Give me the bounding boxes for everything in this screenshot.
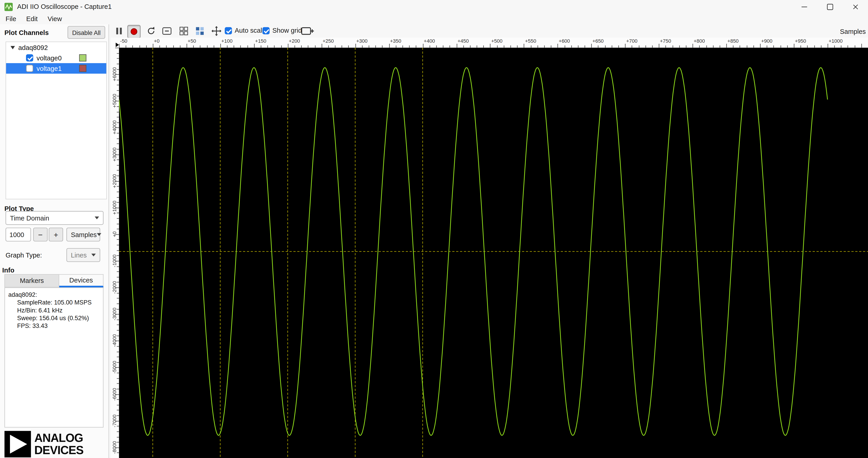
window-controls — [792, 0, 868, 13]
move-icon[interactable] — [210, 25, 223, 37]
info-label: Info — [2, 266, 14, 274]
new-plot-icon[interactable] — [301, 25, 315, 37]
auto-scale-checkbox-group[interactable]: Auto scale — [225, 27, 266, 34]
minimize-icon — [802, 6, 807, 7]
adi-triangle-icon — [4, 431, 31, 458]
sample-count-input[interactable] — [5, 228, 31, 241]
chevron-down-icon — [95, 217, 99, 219]
plot-type-value: Time Domain — [10, 214, 49, 222]
device-info-sweep: Sweep: 156.04 us (0.52%) — [17, 314, 103, 322]
device-info-panel: adaq8092: SampleRate: 105.00 MSPS Hz/Bin… — [4, 287, 104, 428]
zoom-out-icon[interactable] — [161, 25, 174, 37]
device-info-samplerate: SampleRate: 105.00 MSPS — [17, 298, 103, 306]
logo-line2: DEVICES — [34, 444, 83, 456]
channel-tree: adaq8092 voltage0 voltage1 — [5, 41, 107, 199]
x-axis-ruler: -50+0+50+100+150+200+250+300+350+400+450… — [119, 38, 868, 48]
logo-line1: ANALOG — [34, 432, 83, 444]
sample-count-decrement-button[interactable]: − — [33, 228, 48, 241]
samples-unit-label: Samples — [840, 28, 866, 35]
device-info-fps: FPS: 33.43 — [17, 322, 103, 330]
titlebar: ADI IIO Oscilloscope - Capture1 — [0, 0, 868, 13]
close-button[interactable] — [843, 0, 868, 13]
ruler-corner — [111, 38, 119, 48]
analog-devices-logo: ANALOG DEVICES — [4, 431, 84, 458]
device-info-hzbin: Hz/Bin: 6.41 kHz — [17, 306, 103, 314]
chevron-down-icon — [91, 254, 96, 256]
y-axis-ruler: +6000+5000+4000+3000+2000+1000+0-1000-20… — [111, 48, 119, 458]
app-icon — [4, 2, 13, 11]
graph-type-dropdown[interactable]: Lines — [66, 248, 100, 262]
tab-devices[interactable]: Devices — [59, 274, 103, 287]
voltage0-color-swatch[interactable] — [79, 54, 87, 61]
voltage1-checkbox[interactable] — [26, 65, 33, 72]
menubar: File Edit View — [0, 13, 868, 25]
record-button[interactable] — [127, 25, 141, 38]
expander-icon[interactable] — [10, 46, 15, 49]
show-grid-checkbox-group[interactable]: Show grid — [262, 27, 302, 34]
plot-layout-icon[interactable] — [194, 25, 206, 37]
record-icon — [131, 28, 137, 35]
channel-row-voltage0[interactable]: voltage0 — [6, 53, 106, 63]
device-name: adaq8092 — [19, 44, 48, 51]
auto-scale-checkbox[interactable] — [225, 27, 232, 34]
single-capture-refresh-icon[interactable] — [145, 25, 157, 37]
sample-count-increment-button[interactable]: + — [49, 228, 63, 241]
oscilloscope-plot[interactable] — [119, 48, 868, 458]
zoom-fit-icon[interactable] — [178, 25, 190, 37]
voltage0-checkbox[interactable] — [26, 54, 33, 61]
graph-type-value: Lines — [71, 251, 87, 259]
capture-pause-icon[interactable] — [113, 25, 125, 37]
menu-view[interactable]: View — [43, 14, 66, 24]
plot-toolbar: Auto scale Show grid Samples — [110, 24, 868, 38]
graph-type-label: Graph Type: — [5, 251, 42, 259]
app-window: ADI IIO Oscilloscope - Capture1 File Edi… — [0, 0, 868, 458]
tree-device-row[interactable]: adaq8092 — [6, 42, 106, 53]
maximize-button[interactable] — [817, 0, 843, 13]
plot-type-dropdown[interactable]: Time Domain — [5, 211, 103, 225]
channel-row-voltage1[interactable]: voltage1 — [6, 63, 106, 74]
menu-file[interactable]: File — [1, 14, 21, 24]
maximize-icon — [827, 4, 833, 10]
show-grid-checkbox[interactable] — [262, 27, 270, 34]
info-tabs: Markers Devices — [4, 274, 104, 287]
show-grid-label: Show grid — [272, 27, 302, 34]
channel-name: voltage1 — [36, 64, 62, 72]
menu-edit[interactable]: Edit — [22, 14, 42, 24]
channel-name: voltage0 — [36, 54, 62, 62]
sample-unit-value: Samples — [71, 231, 97, 238]
window-title: ADI IIO Oscilloscope - Capture1 — [17, 3, 112, 10]
voltage1-color-swatch[interactable] — [79, 65, 87, 72]
close-icon — [852, 4, 858, 10]
plot-channels-label: Plot Channels — [4, 29, 49, 36]
plot-panel: Auto scale Show grid Samples -50+0+50+10… — [110, 24, 868, 458]
waveform-canvas — [119, 48, 868, 458]
disable-all-button[interactable]: Disable All — [68, 26, 105, 39]
minimize-button[interactable] — [792, 0, 817, 13]
tab-markers[interactable]: Markers — [4, 274, 59, 287]
sample-unit-dropdown[interactable]: Samples — [66, 228, 100, 241]
sidebar: Plot Channels Disable All adaq8092 volta… — [0, 24, 109, 458]
chevron-down-icon — [97, 233, 101, 236]
device-info-title: adaq8092: — [8, 291, 103, 298]
auto-scale-label: Auto scale — [235, 27, 266, 34]
